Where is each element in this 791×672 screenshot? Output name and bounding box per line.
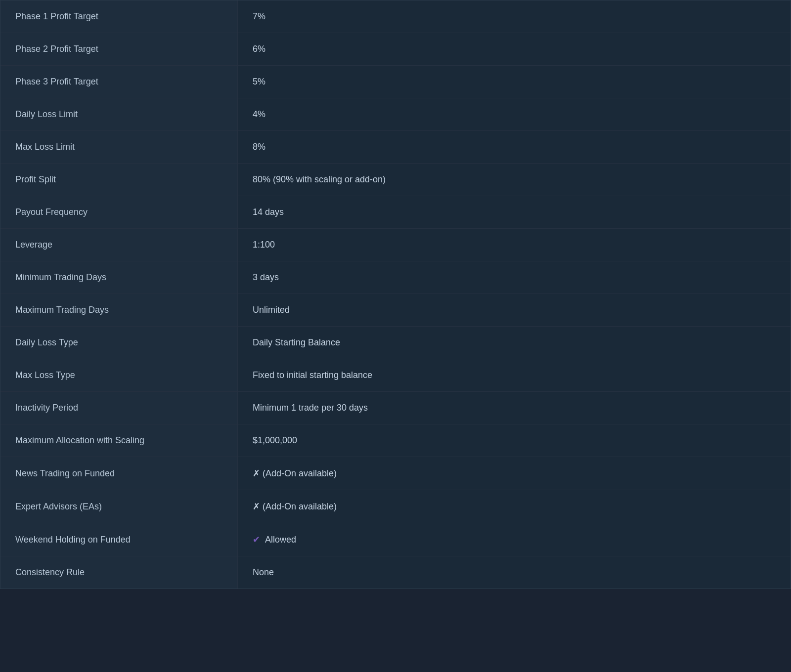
row-value: 8%	[237, 131, 791, 164]
row-label: Phase 2 Profit Target	[0, 33, 237, 66]
row-label: Weekend Holding on Funded	[0, 523, 237, 556]
table-row: Max Loss Limit8%	[0, 131, 791, 164]
row-label: Payout Frequency	[0, 196, 237, 229]
table-row: Phase 1 Profit Target7%	[0, 0, 791, 33]
row-label: Max Loss Type	[0, 359, 237, 392]
allowed-text: Allowed	[263, 535, 296, 545]
row-value: Unlimited	[237, 294, 791, 327]
row-label: Expert Advisors (EAs)	[0, 490, 237, 523]
row-value: 4%	[237, 98, 791, 131]
table-row: Maximum Trading DaysUnlimited	[0, 294, 791, 327]
table-row: Payout Frequency14 days	[0, 196, 791, 229]
row-value: 5%	[237, 66, 791, 98]
row-label: Inactivity Period	[0, 392, 237, 424]
table-row: Daily Loss Limit4%	[0, 98, 791, 131]
row-label: Phase 3 Profit Target	[0, 66, 237, 98]
table-row: Profit Split80% (90% with scaling or add…	[0, 164, 791, 196]
row-label: Maximum Allocation with Scaling	[0, 424, 237, 457]
table-row: News Trading on Funded✗ (Add-On availabl…	[0, 457, 791, 490]
table-row: Leverage1:100	[0, 229, 791, 261]
row-label: Phase 1 Profit Target	[0, 0, 237, 33]
row-value: $1,000,000	[237, 424, 791, 457]
table-row: Consistency RuleNone	[0, 556, 791, 589]
row-value: None	[237, 556, 791, 589]
table-row: Maximum Allocation with Scaling$1,000,00…	[0, 424, 791, 457]
row-value: ✗ (Add-On available)	[237, 457, 791, 490]
trading-rules-table: Phase 1 Profit Target7%Phase 2 Profit Ta…	[0, 0, 791, 588]
table-row: Weekend Holding on Funded✔ Allowed	[0, 523, 791, 556]
row-value: 6%	[237, 33, 791, 66]
table-row: Expert Advisors (EAs)✗ (Add-On available…	[0, 490, 791, 523]
rules-table: Phase 1 Profit Target7%Phase 2 Profit Ta…	[0, 0, 791, 589]
row-label: News Trading on Funded	[0, 457, 237, 490]
row-value: 14 days	[237, 196, 791, 229]
row-label: Daily Loss Limit	[0, 98, 237, 131]
table-row: Max Loss TypeFixed to initial starting b…	[0, 359, 791, 392]
table-row: Minimum Trading Days3 days	[0, 261, 791, 294]
row-value: ✔ Allowed	[237, 523, 791, 556]
row-label: Profit Split	[0, 164, 237, 196]
table-row: Phase 3 Profit Target5%	[0, 66, 791, 98]
table-row: Inactivity PeriodMinimum 1 trade per 30 …	[0, 392, 791, 424]
row-label: Leverage	[0, 229, 237, 261]
row-value: Minimum 1 trade per 30 days	[237, 392, 791, 424]
row-value: 80% (90% with scaling or add-on)	[237, 164, 791, 196]
row-label: Maximum Trading Days	[0, 294, 237, 327]
row-value: Daily Starting Balance	[237, 327, 791, 359]
check-icon: ✔	[253, 535, 260, 545]
table-row: Daily Loss TypeDaily Starting Balance	[0, 327, 791, 359]
row-value: 3 days	[237, 261, 791, 294]
row-label: Max Loss Limit	[0, 131, 237, 164]
table-row: Phase 2 Profit Target6%	[0, 33, 791, 66]
row-label: Daily Loss Type	[0, 327, 237, 359]
row-value: Fixed to initial starting balance	[237, 359, 791, 392]
row-value: ✗ (Add-On available)	[237, 490, 791, 523]
row-label: Consistency Rule	[0, 556, 237, 589]
row-value: 7%	[237, 0, 791, 33]
row-label: Minimum Trading Days	[0, 261, 237, 294]
row-value: 1:100	[237, 229, 791, 261]
